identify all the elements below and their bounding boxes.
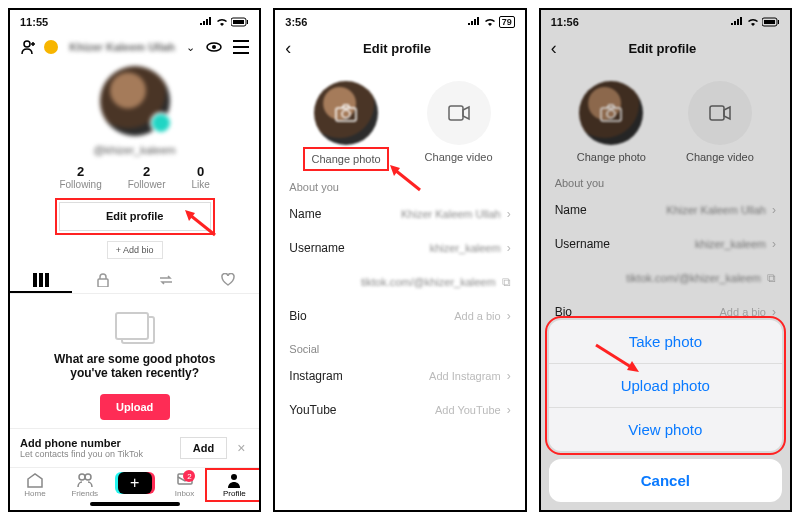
status-bar: 11:55 [10,10,259,34]
tab-feed[interactable] [10,267,72,293]
banner-title: Add phone number [20,437,174,449]
svg-rect-1 [233,20,244,24]
signal-icon [199,17,213,27]
status-icons [199,17,249,27]
clock: 3:56 [285,16,307,28]
sheet-take-photo[interactable]: Take photo [549,320,782,364]
add-badge-icon[interactable] [150,112,172,134]
row-link[interactable]: tiktok.com/@khizer_kaleem⧉ [275,265,524,299]
copy-icon: ⧉ [502,275,511,289]
chevron-right-icon: › [507,207,511,221]
chevron-down-icon[interactable]: ⌄ [186,41,195,54]
row-name[interactable]: NameKhizer Kaleem Ullah› [275,197,524,231]
section-about: About you [275,171,524,197]
video-icon [448,105,470,121]
camera-icon [335,104,357,122]
battery-icon: 79 [499,16,515,28]
stats: 2Following 2Follower 0Like [10,164,259,190]
video-icon [709,105,731,121]
row-name[interactable]: NameKhizer Kaleem Ullah› [541,193,790,227]
username-dropdown[interactable]: Khizer Kaleem Ullah [64,41,180,53]
menu-icon[interactable] [233,40,249,54]
status-bar: 11:56 [541,10,790,34]
chevron-right-icon: › [507,309,511,323]
inbox-badge: 2 [183,470,195,482]
tab-profile[interactable]: Profile [209,472,259,498]
svg-rect-16 [778,20,779,24]
handle: @khizer_kaleem [10,144,259,156]
row-bio[interactable]: BioAdd a bio› [275,299,524,333]
stat-following[interactable]: 2Following [59,164,101,190]
status-bar: 3:56 79 [275,10,524,34]
chevron-right-icon: › [507,403,511,417]
tab-home[interactable]: Home [10,472,60,498]
tab-private[interactable] [72,267,134,293]
section-social: Social [275,333,524,359]
change-photo-button[interactable]: Change photo [577,81,646,163]
wifi-icon [746,17,760,27]
tab-create[interactable]: + [110,472,160,498]
add-friend-icon[interactable] [20,38,38,56]
status-icons [730,17,780,27]
edit-profile-button[interactable]: Edit profile [59,202,211,232]
action-sheet: Take photo Upload photo View photo Cance… [549,320,782,502]
tab-reposts[interactable] [135,267,197,293]
camera-icon [600,104,622,122]
svg-rect-15 [764,20,775,24]
change-photo-label: Change photo [577,151,646,163]
tab-bar: Home Friends + 2Inbox Profile [10,467,259,500]
row-instagram[interactable]: InstagramAdd Instagram› [275,359,524,393]
change-video-button[interactable]: Change video [425,81,493,167]
svg-rect-13 [449,106,463,120]
prompt-text: What are some good photos you've taken r… [40,352,229,380]
battery-icon [762,17,780,27]
clock: 11:55 [20,16,48,28]
chevron-right-icon: › [507,241,511,255]
svg-point-10 [231,474,237,480]
upload-button[interactable]: Upload [100,394,170,420]
stat-like[interactable]: 0Like [192,164,210,190]
sheet-upload-photo[interactable]: Upload photo [549,364,782,408]
status-icons: 79 [467,16,515,28]
change-video-label: Change video [686,151,754,163]
svg-rect-2 [247,20,248,24]
wifi-icon [483,17,497,27]
svg-rect-6 [98,279,108,287]
svg-point-7 [79,474,85,480]
row-link[interactable]: tiktok.com/@khizer_kaleem⧉ [541,261,790,295]
page-title: Edit profile [297,41,496,56]
banner-sub: Let contacts find you on TikTok [20,449,174,459]
back-icon[interactable]: ‹ [285,38,291,59]
page-title: Edit profile [563,41,762,56]
stat-follower[interactable]: 2Follower [128,164,166,190]
banner-close-icon[interactable]: × [233,440,249,456]
sheet-view-photo[interactable]: View photo [549,408,782,451]
eye-icon[interactable] [205,38,223,56]
svg-point-8 [85,474,91,480]
row-username[interactable]: Usernamekhizer_kaleem› [541,227,790,261]
svg-rect-19 [710,106,724,120]
svg-point-18 [607,110,615,118]
svg-point-3 [24,41,30,47]
image-placeholder-icon [115,312,155,344]
back-icon[interactable]: ‹ [551,38,557,59]
row-username[interactable]: Usernamekhizer_kaleem› [275,231,524,265]
tab-inbox[interactable]: 2Inbox [160,472,210,498]
coin-icon[interactable] [44,40,58,54]
home-indicator [90,502,180,506]
clock: 11:56 [551,16,579,28]
tab-friends[interactable]: Friends [60,472,110,498]
profile-tabs [10,267,259,294]
change-photo-button[interactable]: Change photo [307,81,384,167]
change-video-button[interactable]: Change video [686,81,754,163]
sheet-cancel[interactable]: Cancel [549,459,782,502]
signal-icon [467,17,481,27]
tab-liked[interactable] [197,267,259,293]
svg-point-5 [212,45,216,49]
banner-add-button[interactable]: Add [180,437,227,459]
signal-icon [730,17,744,27]
avatar[interactable] [100,66,170,136]
battery-icon [231,17,249,27]
row-youtube[interactable]: YouTubeAdd YouTube› [275,393,524,427]
add-bio-button[interactable]: + Add bio [107,241,163,259]
